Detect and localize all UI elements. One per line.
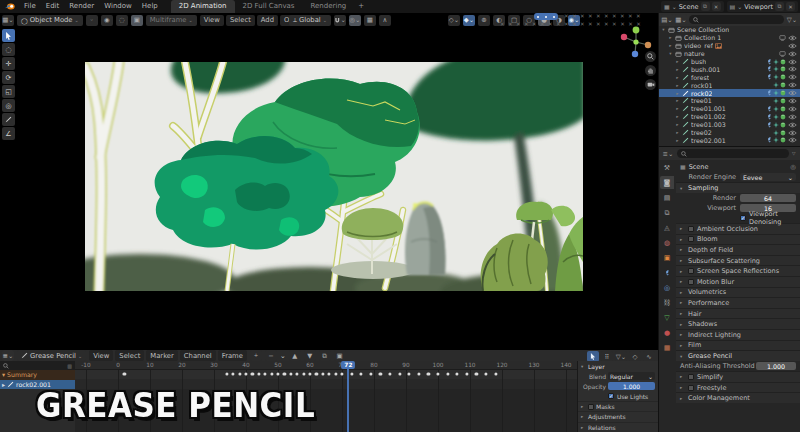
outliner-row-rock02[interactable]: ▸rock02 bbox=[659, 89, 800, 97]
outliner-collection-dropdown[interactable]: ▦⌄ bbox=[675, 14, 687, 25]
mode-dropdown[interactable]: ◯ Object Mode⌄ bbox=[17, 15, 83, 26]
panel-depth-of-field[interactable]: ▸Depth of Field bbox=[676, 244, 800, 255]
disclosure-icon[interactable]: ▾ bbox=[661, 27, 666, 32]
panel-expand-icon[interactable]: ▸ bbox=[680, 279, 685, 284]
playhead-frame-badge[interactable]: 72 bbox=[341, 361, 355, 369]
menu-edit[interactable]: Edit bbox=[41, 0, 65, 13]
outliner-row-tree01-001[interactable]: ▸tree01.001 bbox=[659, 105, 800, 113]
paint-mask-button[interactable]: ◉ bbox=[101, 15, 113, 26]
panel-motion-blur[interactable]: ▸Motion Blur bbox=[676, 276, 800, 287]
outliner-row-tree01[interactable]: ▸tree01 bbox=[659, 97, 800, 105]
panel-checkbox[interactable] bbox=[688, 226, 694, 232]
panel-checkbox[interactable] bbox=[688, 236, 694, 242]
panel-shadows[interactable]: ▸Shadows bbox=[676, 318, 800, 329]
render-engine-dropdown[interactable]: Eevee⌄ bbox=[740, 173, 796, 182]
properties-tab-scene[interactable]: ◬ bbox=[660, 221, 674, 234]
keyframe-jump-up-button[interactable]: ▲ bbox=[289, 350, 301, 361]
disclosure-icon[interactable]: ▸ bbox=[675, 83, 680, 88]
disclosure-icon[interactable]: ▸ bbox=[675, 67, 680, 72]
disclosure-icon[interactable]: ▸ bbox=[2, 381, 5, 388]
hide-viewport-icon[interactable] bbox=[788, 82, 797, 88]
disclosure-icon[interactable]: ▸ bbox=[675, 106, 680, 111]
panel-expand-icon[interactable]: ▸ bbox=[680, 332, 685, 337]
panel-checkbox[interactable] bbox=[688, 279, 694, 285]
grease-pencil-panel-header[interactable]: ▾Grease Pencil bbox=[676, 350, 800, 361]
hide-viewport-icon[interactable] bbox=[788, 43, 797, 49]
rotate-tool[interactable]: ⟳ bbox=[2, 71, 15, 84]
menu-help[interactable]: Help bbox=[137, 0, 163, 13]
panel-expand-icon[interactable]: ▸ bbox=[680, 290, 685, 295]
panel-performance[interactable]: ▸Performance bbox=[676, 297, 800, 308]
dopesheet-menu-marker[interactable]: Marker bbox=[146, 350, 178, 361]
panel-expand-icon[interactable]: ▾ bbox=[581, 364, 586, 369]
properties-tab-texture[interactable]: ▦ bbox=[660, 341, 674, 354]
sampling-value-field[interactable]: 64 bbox=[740, 194, 796, 203]
panel-expand-icon[interactable]: ▸ bbox=[680, 311, 685, 316]
hide-viewport-icon[interactable] bbox=[788, 90, 797, 96]
add-workspace-button[interactable]: + bbox=[354, 0, 368, 13]
new-viewlayer-button[interactable]: ⧉ bbox=[775, 2, 784, 11]
panel-expand-icon[interactable]: ▸ bbox=[680, 396, 685, 401]
workspace-tab-2d-full-canvas[interactable]: 2D Full Canvas bbox=[235, 0, 303, 13]
channel-summary[interactable]: ▾Summary bbox=[0, 370, 75, 380]
filter-icon[interactable]: ▽ bbox=[792, 151, 797, 156]
chevron-down-icon[interactable]: ⌄ bbox=[280, 352, 286, 360]
hide-viewport-icon[interactable] bbox=[788, 51, 797, 57]
pin-icon[interactable]: ◎ bbox=[790, 163, 796, 171]
channel-search-input[interactable]: ▥ bbox=[0, 361, 75, 370]
properties-tab-material[interactable]: ● bbox=[660, 326, 674, 339]
dopesheet-menu-view[interactable]: View bbox=[89, 350, 113, 361]
outliner-search-input[interactable] bbox=[689, 15, 784, 24]
properties-tab-constraints[interactable]: ⛓ bbox=[660, 296, 674, 309]
disclosure-icon[interactable]: ▾ bbox=[668, 51, 673, 56]
panel-expand-icon[interactable]: ▸ bbox=[680, 322, 685, 327]
camera-canvas[interactable] bbox=[85, 62, 583, 291]
panel-color-management[interactable]: ▸Color Management bbox=[676, 392, 800, 403]
hide-viewport-icon[interactable] bbox=[788, 74, 797, 80]
paste-keyframes-button[interactable]: ▣ bbox=[334, 350, 346, 361]
multiframe-toggle-button[interactable]: ▣ bbox=[131, 15, 143, 26]
disclosure-icon[interactable]: ▸ bbox=[675, 122, 680, 127]
properties-editor-type-button[interactable]: ≡⌄ bbox=[662, 148, 674, 159]
panel-expand-icon[interactable]: ▸ bbox=[680, 258, 685, 263]
outliner-row-collection-1[interactable]: ▸Collection 1 bbox=[659, 34, 800, 42]
snapping-dropdown[interactable]: ⌄ bbox=[334, 15, 346, 26]
outliner-row-bush-001[interactable]: ▸bush.001 bbox=[659, 65, 800, 73]
properties-tab-output[interactable]: ▤ bbox=[660, 191, 674, 204]
properties-tab-object-data[interactable]: ▽ bbox=[660, 311, 674, 324]
outliner-row-tree02[interactable]: ▸tree02 bbox=[659, 129, 800, 137]
sidebar-section-masks[interactable]: ▸Masks bbox=[578, 401, 658, 411]
hide-viewport-icon[interactable] bbox=[788, 35, 797, 41]
properties-tab-modifiers[interactable] bbox=[660, 266, 674, 279]
properties-tab-tool[interactable]: ⚒ bbox=[660, 161, 674, 174]
workspace-tab-rendering[interactable]: Rendering bbox=[303, 0, 355, 13]
disclosure-icon[interactable]: ▸ bbox=[675, 91, 680, 96]
sidebar-section-relations[interactable]: ▸Relations bbox=[578, 422, 658, 432]
hide-viewport-icon[interactable] bbox=[788, 66, 797, 72]
panel-expand-icon[interactable]: ▸ bbox=[581, 404, 586, 409]
hide-viewport-icon[interactable] bbox=[788, 137, 797, 143]
disclosure-icon[interactable]: ▸ bbox=[675, 59, 680, 64]
outliner-row-video-ref[interactable]: ▸video_ref bbox=[659, 42, 800, 50]
point-mask-button[interactable]: ◌ bbox=[116, 15, 128, 26]
keyframe-jump-down-button[interactable]: ▼ bbox=[304, 350, 316, 361]
scene-selector[interactable]: ▦ ⌄ Scene ⧉ ✕ bbox=[661, 1, 724, 12]
panel-bloom[interactable]: ▸Bloom bbox=[676, 234, 800, 245]
new-scene-button[interactable]: ⧉ bbox=[701, 2, 710, 11]
timeline-ruler[interactable]: -100102030405060708090100110120130140 bbox=[75, 361, 577, 370]
playhead-line[interactable] bbox=[347, 369, 349, 432]
menu-file[interactable]: File bbox=[19, 0, 41, 13]
hide-viewport-icon[interactable] bbox=[788, 106, 797, 112]
annotate-tool[interactable] bbox=[2, 113, 15, 126]
copy-keyframes-button[interactable]: ⧉ bbox=[319, 350, 331, 361]
panel-expand-icon[interactable]: ▸ bbox=[680, 343, 685, 348]
transform-orientation-dropdown[interactable]: ⟂ Global⌄ bbox=[289, 15, 331, 26]
disclosure-icon[interactable]: ▸ bbox=[675, 138, 680, 143]
insert-keyframe-button[interactable]: ＋ bbox=[250, 350, 262, 361]
pivot-point-dropdown[interactable]: ◇⌄ bbox=[448, 15, 460, 26]
opacity-slider[interactable]: 1.000 bbox=[608, 382, 655, 390]
sampling-panel-header[interactable]: ▾Sampling bbox=[676, 182, 800, 193]
panel-expand-icon[interactable]: ▸ bbox=[680, 247, 685, 252]
panel-film[interactable]: ▸Film bbox=[676, 340, 800, 351]
editor-type-button[interactable]: ▦⌄ bbox=[2, 15, 14, 26]
